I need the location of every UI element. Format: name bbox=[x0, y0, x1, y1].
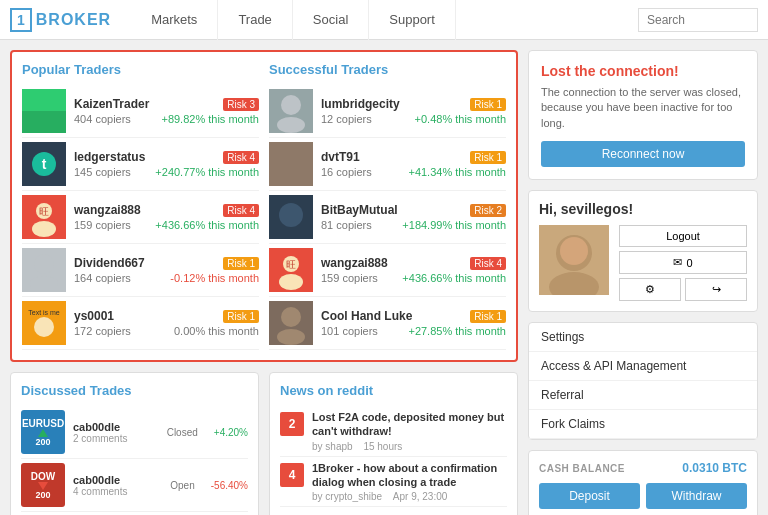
header: 1 BROKER Markets Trade Social Support bbox=[0, 0, 768, 40]
trader-info: KaizenTrader Risk 3 404 copiers +89.82% … bbox=[74, 97, 259, 125]
svg-text:旺: 旺 bbox=[39, 206, 49, 217]
trader-item[interactable]: lumbridgecity Risk 1 12 copiers +0.48% t… bbox=[269, 85, 506, 138]
trader-item[interactable]: 旺 wangzai888 Risk 4 159 copiers +436.66%… bbox=[22, 191, 259, 244]
trader-name: dvtT91 bbox=[321, 150, 360, 164]
svg-point-7 bbox=[30, 276, 58, 288]
menu-item-access[interactable]: Access & API Management bbox=[529, 352, 757, 381]
menu-item-settings[interactable]: Settings bbox=[529, 323, 757, 352]
trader-info: wangzai888 Risk 4 159 copiers +436.66% t… bbox=[321, 256, 506, 284]
trader-item[interactable]: Cool Hand Luke Risk 1 101 copiers +27.85… bbox=[269, 297, 506, 350]
svg-point-13 bbox=[277, 117, 305, 133]
alert-message: The connection to the server was closed,… bbox=[541, 85, 745, 131]
trader-change: +436.66% this month bbox=[402, 272, 506, 284]
logout-icon-button[interactable]: ↪ bbox=[685, 278, 747, 301]
news-item[interactable]: 4 1Broker - how about a confirmation dia… bbox=[280, 457, 507, 508]
news-headline: 1Broker - how about a confirmation dialo… bbox=[312, 461, 507, 490]
news-content: 1Broker - how about a confirmation dialo… bbox=[312, 461, 507, 503]
trader-name: ledgerstatus bbox=[74, 150, 145, 164]
risk-badge: Risk 1 bbox=[470, 310, 506, 323]
trader-copiers: 172 copiers bbox=[74, 325, 131, 337]
menu-item-fork[interactable]: Fork Claims bbox=[529, 410, 757, 439]
svg-point-27 bbox=[560, 237, 588, 265]
bottom-row: Discussed Trades EURUSD 200 cab00dle 2 c… bbox=[10, 372, 518, 515]
trader-info: wangzai888 Risk 4 159 copiers +436.66% t… bbox=[74, 203, 259, 231]
trader-change: 0.00% this month bbox=[174, 325, 259, 337]
trader-name: BitBayMutual bbox=[321, 203, 398, 217]
user-content: Logout ✉ 0 ⚙ ↪ bbox=[539, 225, 747, 301]
trade-user: cab00dle bbox=[73, 421, 159, 433]
risk-badge: Risk 4 bbox=[223, 204, 259, 217]
trader-avatar bbox=[22, 89, 66, 133]
trade-user: cab00dle bbox=[73, 474, 162, 486]
trader-info: Cool Hand Luke Risk 1 101 copiers +27.85… bbox=[321, 309, 506, 337]
news-section: News on reddit 2 Lost F2A code, deposite… bbox=[269, 372, 518, 515]
trade-item[interactable]: DOW 200 cab00dle 4 comments Open -56.40% bbox=[21, 459, 248, 512]
deposit-button[interactable]: Deposit bbox=[539, 483, 640, 509]
logo-number: 1 bbox=[10, 8, 32, 32]
trader-copiers: 159 copiers bbox=[74, 219, 131, 231]
trader-item[interactable]: dvtT91 Risk 1 16 copiers +41.34% this mo… bbox=[269, 138, 506, 191]
trader-info: dvtT91 Risk 1 16 copiers +41.34% this mo… bbox=[321, 150, 506, 178]
trader-item[interactable]: BitBayMutual Risk 2 81 copiers +184.99% … bbox=[269, 191, 506, 244]
svg-point-12 bbox=[281, 95, 301, 115]
nav-trade[interactable]: Trade bbox=[218, 0, 292, 40]
nav-markets[interactable]: Markets bbox=[131, 0, 218, 40]
trader-avatar bbox=[269, 142, 313, 186]
traders-section: Popular Traders KaizenTrader Risk 3 404 … bbox=[10, 50, 518, 362]
nav-social[interactable]: Social bbox=[293, 0, 369, 40]
logo[interactable]: 1 BROKER bbox=[10, 8, 111, 32]
trader-item[interactable]: KaizenTrader Risk 3 404 copiers +89.82% … bbox=[22, 85, 259, 138]
reconnect-button[interactable]: Reconnect now bbox=[541, 141, 745, 167]
withdraw-button[interactable]: Withdraw bbox=[646, 483, 747, 509]
news-content: Lost F2A code, deposited money but can't… bbox=[312, 410, 507, 452]
discussed-trades: Discussed Trades EURUSD 200 cab00dle 2 c… bbox=[10, 372, 259, 515]
trade-comments: 2 comments bbox=[73, 433, 159, 444]
trader-copiers: 164 copiers bbox=[74, 272, 131, 284]
messages-button[interactable]: ✉ 0 bbox=[619, 251, 747, 274]
trader-copiers: 12 copiers bbox=[321, 113, 372, 125]
trader-name: Dividend667 bbox=[74, 256, 145, 270]
risk-badge: Risk 1 bbox=[470, 98, 506, 111]
news-headline: Lost F2A code, deposited money but can't… bbox=[312, 410, 507, 439]
envelope-icon: ✉ bbox=[673, 256, 682, 269]
cash-value: 0.0310 BTC bbox=[682, 461, 747, 475]
popular-traders-title: Popular Traders bbox=[22, 62, 259, 77]
trader-avatar: t bbox=[22, 142, 66, 186]
search-input[interactable] bbox=[638, 8, 758, 32]
trader-copiers: 159 copiers bbox=[321, 272, 378, 284]
trader-item[interactable]: 旺 wangzai888 Risk 4 159 copiers +436.66%… bbox=[269, 244, 506, 297]
trader-name: wangzai888 bbox=[321, 256, 388, 270]
cash-section: CASH BALANCE 0.0310 BTC Deposit Withdraw bbox=[528, 450, 758, 515]
risk-badge: Risk 4 bbox=[223, 151, 259, 164]
logo-text: BROKER bbox=[36, 11, 111, 29]
settings-icon-button[interactable]: ⚙ bbox=[619, 278, 681, 301]
trade-item[interactable]: EURUSD 200 cab00dle 2 comments Closed +4… bbox=[21, 406, 248, 459]
menu-item-referral[interactable]: Referral bbox=[529, 381, 757, 410]
trader-name: lumbridgecity bbox=[321, 97, 400, 111]
cash-buttons: Deposit Withdraw bbox=[539, 483, 747, 509]
trade-change: +4.20% bbox=[214, 427, 248, 438]
trader-info: BitBayMutual Risk 2 81 copiers +184.99% … bbox=[321, 203, 506, 231]
right-sidebar: Lost the connection! The connection to t… bbox=[528, 50, 758, 515]
main-content: Popular Traders KaizenTrader Risk 3 404 … bbox=[0, 40, 768, 515]
svg-point-5 bbox=[32, 221, 56, 237]
logout-button[interactable]: Logout bbox=[619, 225, 747, 247]
risk-badge: Risk 1 bbox=[470, 151, 506, 164]
trader-change: +436.66% this month bbox=[155, 219, 259, 231]
trade-comments: 4 comments bbox=[73, 486, 162, 497]
cash-row: CASH BALANCE 0.0310 BTC bbox=[539, 461, 747, 475]
trader-item[interactable]: t ledgerstatus Risk 4 145 copiers +240.7… bbox=[22, 138, 259, 191]
trader-copiers: 101 copiers bbox=[321, 325, 378, 337]
trade-status: Open bbox=[170, 480, 194, 491]
user-controls: Logout ✉ 0 ⚙ ↪ bbox=[619, 225, 747, 301]
trader-item[interactable]: Dividend667 Risk 1 164 copiers -0.12% th… bbox=[22, 244, 259, 297]
news-number: 4 bbox=[280, 463, 304, 487]
nav-support[interactable]: Support bbox=[369, 0, 456, 40]
trader-change: +27.85% this month bbox=[408, 325, 506, 337]
trader-avatar: 旺 bbox=[269, 248, 313, 292]
trader-copiers: 404 copiers bbox=[74, 113, 131, 125]
trader-item[interactable]: Text is me ys0001 Risk 1 172 copiers 0.0… bbox=[22, 297, 259, 350]
news-item[interactable]: 2 Lost F2A code, deposited money but can… bbox=[280, 406, 507, 457]
settings-icon: ⚙ bbox=[645, 283, 655, 296]
trader-avatar: Text is me bbox=[22, 301, 66, 345]
